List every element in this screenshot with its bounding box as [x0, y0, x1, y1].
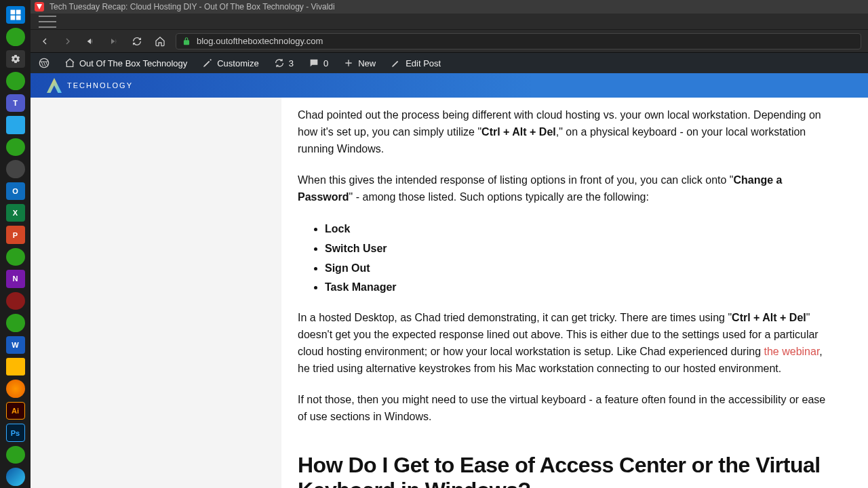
- svg-rect-0: [10, 10, 15, 15]
- wp-comments[interactable]: 0: [309, 58, 328, 68]
- site-header: TECHNOLOGY: [31, 73, 868, 98]
- tab-title: Tech Tuesday Recap: Cloud Hosting DIY - …: [50, 2, 335, 12]
- paragraph-1: Chad pointed out the process being diffe…: [298, 107, 835, 157]
- taskbar-app-powerpoint[interactable]: P: [6, 226, 25, 243]
- taskbar-app-quickbooks-5[interactable]: [6, 314, 25, 331]
- address-bar[interactable]: blog.outoftheboxtechnology.com: [176, 33, 861, 49]
- sidebar-gutter: [31, 98, 281, 488]
- browser-window: Tech Tuesday Recap: Cloud Hosting DIY - …: [31, 0, 868, 488]
- wp-edit-label: Edit Post: [406, 58, 441, 68]
- taskbar-app-excel[interactable]: X: [6, 204, 25, 222]
- taskbar-app-illustrator[interactable]: Ai: [6, 402, 25, 420]
- wp-logo[interactable]: [39, 58, 50, 68]
- wp-updates[interactable]: 3: [274, 58, 294, 68]
- taskbar-app-generic-2[interactable]: [6, 292, 25, 310]
- wp-comments-count: 0: [323, 58, 328, 68]
- panel-toggle-row: [31, 14, 868, 30]
- fast-forward-button[interactable]: [106, 34, 121, 49]
- taskbar-app-outlook[interactable]: O: [6, 182, 25, 200]
- browser-toolbar: blog.outoftheboxtechnology.com: [31, 30, 868, 53]
- taskbar-app-photoshop[interactable]: Ps: [6, 424, 25, 442]
- vivaldi-favicon: [35, 2, 44, 12]
- wp-customize[interactable]: Customize: [202, 58, 258, 68]
- wp-edit-post[interactable]: Edit Post: [391, 58, 441, 68]
- browser-tab[interactable]: Tech Tuesday Recap: Cloud Hosting DIY - …: [35, 2, 335, 12]
- rewind-button[interactable]: [83, 34, 98, 49]
- address-url: blog.outoftheboxtechnology.com: [197, 36, 323, 46]
- taskbar-app-edge[interactable]: [6, 468, 25, 485]
- paragraph-2: When this gives the intended response of…: [298, 172, 835, 206]
- list-item: Switch User: [325, 241, 835, 258]
- content-wrap: Chad pointed out the process being diffe…: [31, 98, 868, 488]
- page-viewport: TECHNOLOGY Chad pointed out the process …: [31, 73, 868, 488]
- svg-rect-3: [16, 16, 20, 20]
- home-button[interactable]: [153, 34, 167, 49]
- list-item: Lock: [325, 221, 835, 238]
- site-logo[interactable]: TECHNOLOGY: [47, 78, 133, 93]
- paragraph-4: If not those, then you might need to use…: [298, 392, 835, 426]
- wp-admin-bar: Out Of The Box Technology Customize 3 0 …: [31, 53, 868, 73]
- wp-new[interactable]: New: [343, 58, 376, 68]
- taskbar-app-quickbooks-1[interactable]: [6, 28, 25, 45]
- wp-customize-label: Customize: [217, 58, 258, 68]
- taskbar-app-word[interactable]: W: [6, 336, 25, 354]
- lock-icon: [182, 37, 191, 46]
- paragraph-3: In a hosted Desktop, as Chad tried demon…: [298, 310, 835, 377]
- options-list: Lock Switch User Sign Out Task Manager: [325, 221, 835, 296]
- wp-new-label: New: [358, 58, 376, 68]
- kbd-ctrl-alt-del-2: Ctrl + Alt + Del: [732, 312, 806, 323]
- site-logo-text: TECHNOLOGY: [67, 81, 133, 89]
- taskbar-app-quickbooks-2[interactable]: [6, 72, 25, 89]
- taskbar-app-generic-1[interactable]: [6, 160, 25, 178]
- taskbar-app-quickbooks-3[interactable]: [6, 138, 25, 156]
- reload-button[interactable]: [130, 34, 144, 49]
- article-body: Chad pointed out the process being diffe…: [281, 98, 868, 488]
- taskbar-app-quickbooks-6[interactable]: [6, 446, 25, 464]
- panel-toggle-button[interactable]: [39, 16, 56, 28]
- heading-ease-of-access: How Do I Get to Ease of Access Center or…: [298, 453, 835, 488]
- taskbar-app-teams[interactable]: T: [6, 94, 25, 112]
- taskbar-app-quickbooks-4[interactable]: [6, 248, 25, 266]
- taskbar-app-mail[interactable]: [6, 116, 25, 134]
- wp-site-name: Out Of The Box Technology: [79, 58, 187, 68]
- svg-rect-2: [10, 16, 15, 20]
- start-button[interactable]: [6, 6, 25, 24]
- svg-rect-1: [16, 10, 20, 15]
- kbd-ctrl-alt-del-1: Ctrl + Alt + Del: [481, 126, 556, 138]
- list-item: Task Manager: [325, 279, 835, 296]
- taskbar-app-onenote[interactable]: N: [6, 270, 25, 287]
- wp-updates-count: 3: [289, 58, 294, 68]
- list-item: Sign Out: [325, 260, 835, 277]
- back-button[interactable]: [37, 34, 52, 49]
- windows-taskbar: T O X P N W Ai Ps: [0, 0, 31, 488]
- browser-tabbar: Tech Tuesday Recap: Cloud Hosting DIY - …: [31, 0, 868, 14]
- forward-button[interactable]: [60, 34, 75, 49]
- wp-site-link[interactable]: Out Of The Box Technology: [64, 58, 187, 68]
- taskbar-app-explorer[interactable]: [6, 358, 25, 375]
- webinar-link[interactable]: the webinar: [764, 346, 820, 357]
- taskbar-app-settings[interactable]: [6, 50, 25, 68]
- taskbar-app-firefox[interactable]: [6, 380, 25, 397]
- logo-mark-icon: [47, 78, 62, 93]
